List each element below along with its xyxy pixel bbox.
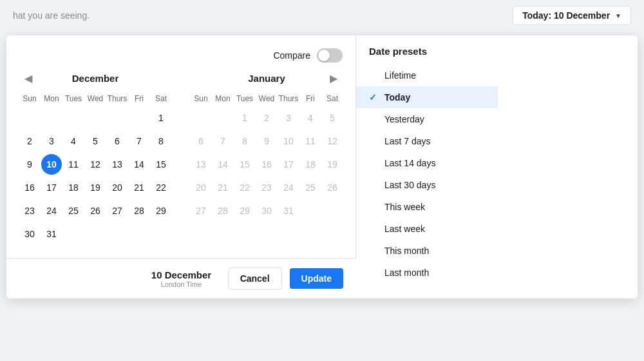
day-cell[interactable]: 17 xyxy=(41,177,62,198)
day-cell[interactable]: 22 xyxy=(234,177,255,198)
calendar-december-header: ◀ December xyxy=(19,73,171,84)
preset-item-this-week[interactable]: This week xyxy=(356,196,498,218)
day-cell[interactable]: 17 xyxy=(278,154,299,175)
day-cell[interactable]: 8 xyxy=(151,131,171,151)
preset-label: Last 30 days xyxy=(384,180,435,190)
day-cell[interactable]: 12 xyxy=(85,154,106,175)
day-cell[interactable]: 19 xyxy=(85,177,106,198)
compare-label: Compare xyxy=(273,50,310,61)
day-cell[interactable]: 7 xyxy=(129,131,149,151)
day-cell xyxy=(107,224,128,244)
preset-item-lifetime[interactable]: Lifetime xyxy=(356,64,498,86)
background-text: hat you are seeing. xyxy=(13,10,90,21)
day-cell xyxy=(63,108,84,128)
preset-item-today[interactable]: ✓Today xyxy=(356,86,498,108)
day-cell[interactable]: 18 xyxy=(63,177,84,198)
day-cell[interactable]: 16 xyxy=(19,177,40,198)
december-grid: Sun Mon Tues Wed Thurs Fri Sat xyxy=(19,92,171,245)
day-cell[interactable]: 4 xyxy=(63,131,84,151)
day-cell[interactable]: 11 xyxy=(300,131,321,151)
calendar-january: January ▶ Sun Mon Tues Wed Thurs Fri Sat xyxy=(191,73,343,245)
day-cell[interactable]: 2 xyxy=(256,108,277,128)
next-month-arrow[interactable]: ▶ xyxy=(325,70,343,87)
day-cell xyxy=(213,108,233,128)
day-cell[interactable]: 26 xyxy=(85,200,106,221)
day-cell[interactable]: 21 xyxy=(129,177,149,198)
day-cell[interactable]: 12 xyxy=(322,131,343,151)
day-cell[interactable]: 13 xyxy=(191,154,211,175)
day-cell[interactable]: 28 xyxy=(213,200,233,221)
day-cell[interactable]: 9 xyxy=(256,131,277,151)
day-cell[interactable]: 28 xyxy=(129,200,149,221)
preset-item-last-30-days[interactable]: Last 30 days xyxy=(356,174,498,196)
january-title: January xyxy=(248,73,285,84)
day-cell[interactable]: 9 xyxy=(19,154,40,175)
day-cell[interactable]: 11 xyxy=(63,154,84,175)
day-cell[interactable]: 7 xyxy=(213,131,233,151)
day-cell[interactable]: 4 xyxy=(300,108,321,128)
day-cell[interactable]: 26 xyxy=(322,177,343,198)
day-cell[interactable]: 1 xyxy=(234,108,255,128)
dow-wed-jan: Wed xyxy=(256,92,277,106)
day-cell[interactable]: 30 xyxy=(256,200,277,221)
day-cell[interactable]: 6 xyxy=(191,131,211,151)
day-cell[interactable]: 15 xyxy=(234,154,255,175)
day-cell[interactable]: 30 xyxy=(19,224,40,244)
day-cell xyxy=(151,224,171,244)
today-day-cell[interactable]: 10 xyxy=(41,154,62,175)
day-cell[interactable]: 24 xyxy=(41,200,62,221)
calendar-january-header: January ▶ xyxy=(191,73,343,84)
day-cell[interactable]: 14 xyxy=(129,154,149,175)
preset-item-last-week[interactable]: Last week xyxy=(356,218,498,240)
cancel-button[interactable]: Cancel xyxy=(228,268,282,289)
day-cell[interactable]: 14 xyxy=(213,154,233,175)
preset-item-last-14-days[interactable]: Last 14 days xyxy=(356,152,498,174)
dow-sun-jan: Sun xyxy=(191,92,211,106)
day-cell[interactable]: 22 xyxy=(151,177,171,198)
dow-tues-dec: Tues xyxy=(63,92,84,106)
day-cell[interactable]: 31 xyxy=(278,200,299,221)
day-cell[interactable]: 29 xyxy=(151,200,171,221)
day-cell[interactable]: 24 xyxy=(278,177,299,198)
preset-item-last-month[interactable]: Last month xyxy=(356,262,498,284)
day-cell[interactable]: 29 xyxy=(234,200,255,221)
day-cell[interactable]: 25 xyxy=(300,177,321,198)
day-cell[interactable]: 8 xyxy=(234,131,255,151)
day-cell[interactable]: 27 xyxy=(107,200,128,221)
day-cell[interactable]: 5 xyxy=(322,108,343,128)
day-cell[interactable]: 5 xyxy=(85,131,106,151)
day-cell[interactable]: 20 xyxy=(191,177,211,198)
day-cell[interactable]: 15 xyxy=(151,154,171,175)
update-button[interactable]: Update xyxy=(290,268,343,289)
day-cell[interactable]: 31 xyxy=(41,224,62,244)
today-button[interactable]: Today: 10 December ▼ xyxy=(513,6,631,25)
day-cell[interactable]: 2 xyxy=(19,131,40,151)
day-cell[interactable]: 3 xyxy=(41,131,62,151)
footer: 10 December London Time Cancel Update xyxy=(6,258,356,298)
day-cell[interactable]: 10 xyxy=(278,131,299,151)
dow-mon-dec: Mon xyxy=(41,92,62,106)
compare-toggle[interactable] xyxy=(317,48,343,63)
day-cell[interactable]: 20 xyxy=(107,177,128,198)
day-cell[interactable]: 13 xyxy=(107,154,128,175)
day-cell[interactable]: 27 xyxy=(191,200,211,221)
preset-label: This week xyxy=(384,202,425,212)
day-cell[interactable]: 18 xyxy=(300,154,321,175)
dow-fri-jan: Fri xyxy=(300,92,321,106)
day-cell xyxy=(19,108,40,128)
day-cell[interactable]: 3 xyxy=(278,108,299,128)
preset-item-yesterday[interactable]: Yesterday xyxy=(356,108,498,130)
day-cell[interactable]: 21 xyxy=(213,177,233,198)
january-grid: Sun Mon Tues Wed Thurs Fri Sat 1 2 3 4 xyxy=(191,92,343,222)
day-cell[interactable]: 23 xyxy=(19,200,40,221)
day-cell[interactable]: 19 xyxy=(322,154,343,175)
prev-month-arrow[interactable]: ◀ xyxy=(19,70,37,87)
day-cell[interactable]: 23 xyxy=(256,177,277,198)
day-cell[interactable]: 25 xyxy=(63,200,84,221)
day-cell xyxy=(41,108,62,128)
day-cell[interactable]: 1 xyxy=(151,108,171,128)
day-cell[interactable]: 6 xyxy=(107,131,128,151)
preset-item-this-month[interactable]: This month xyxy=(356,240,498,262)
preset-item-last-7-days[interactable]: Last 7 days xyxy=(356,130,498,152)
day-cell[interactable]: 16 xyxy=(256,154,277,175)
